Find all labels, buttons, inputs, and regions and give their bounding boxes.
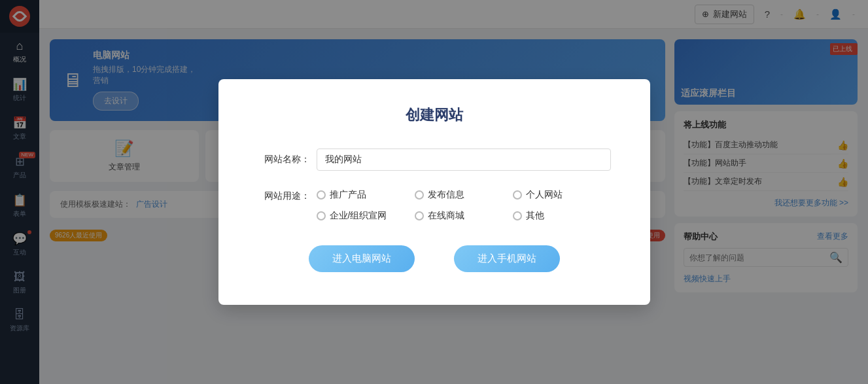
radio-circle-personal — [513, 190, 522, 200]
enter-mobile-button[interactable]: 进入手机网站 — [454, 245, 560, 272]
radio-circle-shop — [415, 211, 424, 220]
site-purpose-label: 网站用途： — [258, 190, 310, 202]
enter-desktop-button[interactable]: 进入电脑网站 — [309, 245, 415, 272]
radio-group: 推广产品 发布信息 个人网站 企业/组织宣网 在线商城 — [317, 189, 611, 222]
radio-info[interactable]: 发布信息 — [415, 189, 513, 201]
dialog-title: 创建网站 — [258, 105, 611, 125]
radio-personal[interactable]: 个人网站 — [513, 189, 611, 201]
radio-label-other: 其他 — [526, 210, 544, 222]
modal-overlay[interactable]: 创建网站 网站名称： 网站用途： 推广产品 发布信息 个人网站 — [0, 0, 868, 384]
radio-label-shop: 在线商城 — [428, 210, 464, 222]
radio-label-promote: 推广产品 — [330, 189, 366, 201]
create-site-dialog: 创建网站 网站名称： 网站用途： 推广产品 发布信息 个人网站 — [218, 79, 650, 305]
radio-circle-promote — [317, 190, 326, 200]
radio-circle-other — [513, 211, 522, 220]
dialog-btn-row: 进入电脑网站 进入手机网站 — [258, 245, 611, 272]
radio-circle-company — [317, 211, 326, 220]
site-name-row: 网站名称： — [258, 148, 611, 171]
site-name-label: 网站名称： — [258, 154, 310, 166]
radio-label-info: 发布信息 — [428, 189, 464, 201]
site-purpose-row: 网站用途： 推广产品 发布信息 个人网站 企业/组织宣网 — [258, 189, 611, 222]
radio-promote[interactable]: 推广产品 — [317, 189, 415, 201]
radio-other[interactable]: 其他 — [513, 210, 611, 222]
radio-company[interactable]: 企业/组织宣网 — [317, 210, 415, 222]
radio-label-company: 企业/组织宣网 — [330, 210, 387, 222]
radio-shop[interactable]: 在线商城 — [415, 210, 513, 222]
radio-label-personal: 个人网站 — [526, 189, 563, 201]
radio-circle-info — [415, 190, 424, 200]
site-name-input[interactable] — [317, 148, 611, 171]
